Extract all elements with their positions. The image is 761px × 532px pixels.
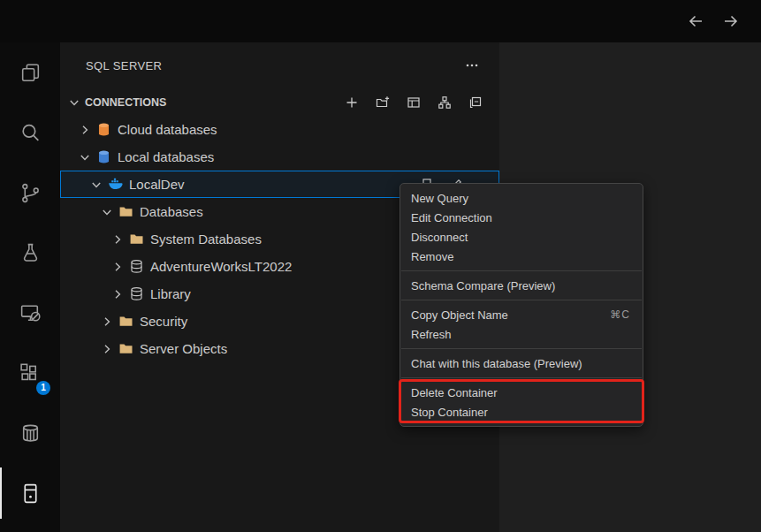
- database-list-button[interactable]: [404, 93, 423, 112]
- beaker-icon: [19, 241, 42, 265]
- menu-item-label: Edit Connection: [411, 211, 492, 224]
- server-network-icon: [438, 95, 452, 110]
- tree-item-label: Library: [150, 286, 191, 301]
- chevron-right-icon[interactable]: [110, 287, 125, 301]
- extensions-badge: 1: [36, 381, 50, 395]
- tree-item-cloud-databases[interactable]: Cloud databases: [60, 116, 499, 143]
- new-connection-group-button[interactable]: [373, 93, 392, 112]
- activity-item-source-control[interactable]: [0, 163, 60, 223]
- chevron-right-icon[interactable]: [100, 315, 114, 329]
- arrow-left-icon: [687, 12, 704, 30]
- docker-whale-icon: [108, 177, 123, 192]
- activity-item-search[interactable]: [0, 103, 60, 163]
- menu-item-copy-object-name[interactable]: Copy Object Name ⌘C: [400, 305, 643, 324]
- menu-item-new-query[interactable]: New Query: [400, 188, 643, 208]
- context-menu: New Query Edit Connection Disconnect Rem…: [400, 183, 643, 427]
- tree-item-label: AdventureWorksLT2022: [150, 259, 292, 274]
- app-window: 1 SQL SERVER: [0, 0, 761, 532]
- chevron-right-icon[interactable]: [78, 123, 92, 137]
- chevron-right-icon[interactable]: [110, 232, 125, 247]
- chevron-right-icon[interactable]: [100, 342, 114, 356]
- collapse-all-icon: [468, 95, 483, 110]
- add-connection-button[interactable]: [342, 93, 361, 112]
- connections-section-label: CONNECTIONS: [85, 96, 166, 109]
- chevron-down-icon[interactable]: [78, 150, 92, 164]
- chevron-down-icon: [67, 95, 81, 110]
- activity-item-extensions[interactable]: 1: [0, 343, 60, 403]
- activity-item-sql-server[interactable]: [0, 463, 60, 523]
- activity-item-containers[interactable]: [0, 403, 60, 463]
- menu-item-delete-container[interactable]: Delete Container: [400, 383, 643, 402]
- sidebar-header: SQL SERVER: [60, 42, 499, 88]
- local-database-icon: [96, 149, 111, 164]
- tree-item-label: Server Objects: [140, 341, 227, 356]
- sql-server-icon: [19, 482, 42, 505]
- folder-icon: [118, 341, 133, 356]
- activity-item-remote-explorer[interactable]: [0, 283, 60, 343]
- activity-bar: 1: [0, 42, 60, 532]
- collapse-all-button[interactable]: [466, 93, 485, 112]
- title-bar: [0, 0, 761, 42]
- folder-icon: [129, 232, 144, 247]
- menu-item-label: Chat with this database (Preview): [411, 357, 582, 370]
- activity-item-explorer[interactable]: [0, 42, 60, 103]
- navigate-back-button[interactable]: [685, 11, 706, 32]
- ellipsis-icon: [465, 58, 479, 72]
- more-actions-button[interactable]: [462, 56, 482, 75]
- activity-item-testing[interactable]: [0, 223, 60, 283]
- menu-item-remove[interactable]: Remove: [400, 247, 643, 266]
- database-list-icon: [407, 95, 421, 110]
- menu-item-chat-with-database[interactable]: Chat with this database (Preview): [400, 353, 643, 373]
- tree-item-label: LocalDev: [129, 177, 185, 192]
- tree-item-local-databases[interactable]: Local databases: [60, 143, 499, 171]
- chevron-down-icon[interactable]: [100, 205, 114, 219]
- menu-separator: [401, 377, 642, 378]
- menu-item-label: Disconnect: [411, 231, 468, 244]
- files-icon: [19, 61, 42, 85]
- connections-toolbar: [342, 93, 485, 112]
- menu-item-shortcut: ⌘C: [610, 308, 630, 321]
- search-icon: [19, 121, 42, 145]
- menu-item-label: Remove: [411, 250, 453, 263]
- server-network-button[interactable]: [435, 93, 454, 112]
- menu-item-label: Schema Compare (Preview): [411, 279, 555, 293]
- chevron-down-icon[interactable]: [89, 178, 103, 192]
- menu-separator: [401, 300, 642, 300]
- menu-separator: [401, 270, 642, 271]
- folder-icon: [118, 204, 133, 219]
- arrow-right-icon: [722, 12, 740, 30]
- add-connection-icon: [345, 95, 359, 110]
- menu-item-disconnect[interactable]: Disconnect: [400, 227, 643, 247]
- menu-item-label: Stop Container: [411, 406, 488, 419]
- database-icon: [129, 286, 144, 301]
- menu-item-label: New Query: [411, 192, 468, 205]
- tree-item-label: System Databases: [150, 232, 262, 247]
- menu-item-refresh[interactable]: Refresh: [400, 324, 643, 344]
- source-control-icon: [19, 181, 42, 205]
- connections-section-header[interactable]: CONNECTIONS: [60, 88, 499, 116]
- menu-item-label: Copy Object Name: [411, 308, 508, 322]
- tree-item-label: Databases: [140, 204, 203, 219]
- container-icon: [19, 422, 42, 445]
- new-connection-group-icon: [376, 95, 390, 110]
- tree-item-label: Local databases: [118, 149, 214, 164]
- menu-item-label: Delete Container: [411, 386, 498, 399]
- menu-item-stop-container[interactable]: Stop Container: [400, 402, 643, 422]
- folder-icon: [118, 314, 133, 329]
- tree-item-label: Cloud databases: [118, 122, 217, 137]
- cloud-database-icon: [96, 122, 111, 137]
- menu-separator: [401, 348, 642, 349]
- navigate-forward-button[interactable]: [720, 11, 742, 32]
- remote-monitor-off-icon: [19, 301, 42, 325]
- database-icon: [129, 259, 144, 274]
- chevron-right-icon[interactable]: [110, 260, 125, 274]
- tree-item-label: Security: [140, 314, 187, 329]
- menu-item-edit-connection[interactable]: Edit Connection: [400, 208, 643, 227]
- sidebar-title: SQL SERVER: [86, 59, 162, 72]
- menu-item-schema-compare[interactable]: Schema Compare (Preview): [400, 276, 643, 295]
- menu-item-label: Refresh: [411, 328, 452, 341]
